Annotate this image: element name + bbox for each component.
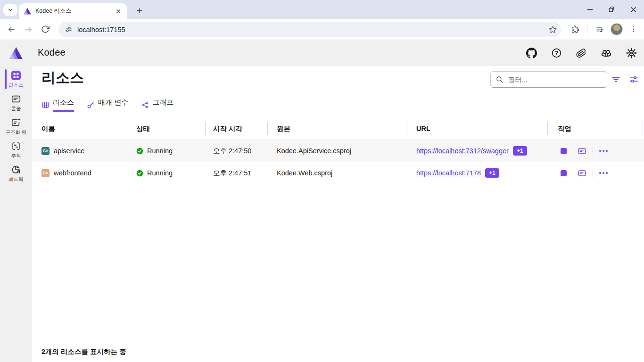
- resource-url-cell: https://localhost:7312/swagger +1: [407, 146, 547, 155]
- page-title: 리소스: [41, 68, 84, 88]
- url-text[interactable]: localhost:17155: [77, 26, 548, 33]
- resource-state: Running: [147, 169, 173, 177]
- graph-icon: [141, 101, 149, 109]
- table-grid-icon: [41, 101, 50, 109]
- resource-url-link[interactable]: https://localhost:7312/swagger: [416, 147, 509, 155]
- stop-resource-icon[interactable]: [561, 170, 567, 176]
- attachments-button[interactable]: [575, 47, 587, 59]
- extensions-button[interactable]: [567, 22, 582, 37]
- resource-actions-cell: [547, 168, 644, 178]
- filter-lines-icon: [611, 74, 621, 84]
- copilot-icon: [601, 48, 612, 59]
- csharp-project-icon: C#: [41, 169, 50, 177]
- media-controls-button[interactable]: [592, 22, 607, 37]
- resources-table: 이름 상태 시작 시각 원본 URL 작업 C# apiservice Runn…: [32, 118, 644, 184]
- column-header-url[interactable]: URL: [407, 118, 547, 140]
- browser-tab[interactable]: Kodee 리소스 ✕: [19, 3, 127, 19]
- media-playlist-icon: [595, 25, 604, 34]
- resource-url-cell: https://localhost:7178 +1: [407, 168, 547, 177]
- resources-grid-icon: [11, 70, 21, 81]
- tab-label: 매개 변수: [98, 98, 128, 112]
- sidebar-label: 추적: [11, 153, 21, 159]
- console-logs-icon[interactable]: [578, 169, 586, 178]
- actions-divider: [593, 168, 593, 178]
- window-minimize-button[interactable]: [579, 0, 601, 19]
- filter-input[interactable]: [507, 75, 602, 84]
- resource-state: Running: [147, 147, 173, 155]
- aspire-logo: [9, 47, 23, 59]
- table-row[interactable]: C# apiservice Running 오후 2:47:50 Kodee.A…: [32, 140, 644, 162]
- running-check-icon: [136, 148, 143, 155]
- actions-divider: [593, 146, 593, 156]
- window-close-button[interactable]: [622, 0, 644, 19]
- address-bar[interactable]: localhost:17155: [58, 22, 561, 37]
- structured-logs-icon: [11, 117, 21, 128]
- sidebar-item-metrics[interactable]: 메트릭: [0, 162, 32, 185]
- window-restore-button[interactable]: [601, 0, 622, 19]
- sliders-icon: [629, 74, 639, 84]
- table-row[interactable]: C# webfrontend Running 오후 2:47:51 Kodee.…: [32, 162, 644, 184]
- resource-count-summary: 2개의 리소스를 표시하는 중: [41, 347, 126, 356]
- browser-menu-button[interactable]: [626, 22, 641, 37]
- profile-avatar[interactable]: [611, 23, 623, 35]
- bookmark-star-icon[interactable]: [548, 25, 557, 34]
- resource-url-link[interactable]: https://localhost:7178: [416, 169, 481, 177]
- site-settings-tune-icon[interactable]: [65, 25, 73, 33]
- help-button[interactable]: ?: [550, 47, 562, 59]
- reload-icon: [41, 25, 50, 33]
- forward-button[interactable]: [20, 21, 36, 37]
- tab-parameters[interactable]: 매개 변수: [87, 98, 128, 112]
- column-header-start-time[interactable]: 시작 시각: [205, 118, 267, 140]
- url-more-badge[interactable]: +1: [513, 146, 527, 155]
- filter-button[interactable]: [610, 74, 621, 85]
- table-header-row: 이름 상태 시작 시각 원본 URL 작업: [32, 118, 644, 140]
- settings-gear-icon: [626, 48, 637, 58]
- sidebar-label: 메트릭: [8, 176, 24, 183]
- column-header-name[interactable]: 이름: [32, 118, 127, 140]
- console-icon: [11, 94, 21, 104]
- sidebar-item-structured[interactable]: 구조화 됨: [0, 115, 32, 138]
- metrics-icon: [11, 165, 21, 175]
- tab-close-icon[interactable]: ✕: [114, 7, 123, 16]
- copilot-button[interactable]: [600, 47, 612, 59]
- traces-icon: [11, 141, 21, 151]
- column-header-actions[interactable]: 작업: [547, 118, 644, 140]
- kebab-menu-icon: [630, 25, 637, 33]
- chevron-down-icon: [7, 7, 14, 13]
- svg-text:?: ?: [554, 50, 558, 57]
- settings-button[interactable]: [625, 47, 637, 59]
- main-content: 리소스 리소스 매개 변수 그래프 이름: [32, 66, 644, 362]
- resource-name: apiservice: [54, 147, 84, 155]
- url-more-badge[interactable]: +1: [485, 168, 499, 177]
- browser-tabstrip: Kodee 리소스 ✕ +: [0, 0, 644, 19]
- csharp-project-icon: C#: [41, 147, 50, 155]
- resource-start-time: 오후 2:47:50: [205, 147, 267, 156]
- column-options-button[interactable]: [628, 74, 639, 85]
- puzzle-icon: [570, 25, 579, 34]
- more-actions-icon[interactable]: [599, 172, 608, 174]
- console-logs-icon[interactable]: [578, 147, 586, 156]
- filter-box[interactable]: [490, 71, 607, 88]
- stop-resource-icon[interactable]: [561, 148, 567, 154]
- tab-graph[interactable]: 그래프: [141, 98, 173, 112]
- github-button[interactable]: [525, 47, 537, 59]
- column-header-source[interactable]: 원본: [267, 118, 407, 140]
- sidebar-label: 콘솔: [11, 106, 21, 112]
- new-tab-button[interactable]: +: [133, 4, 146, 17]
- tab-search-button[interactable]: [3, 4, 17, 16]
- sidebar-item-resources[interactable]: 리소스: [0, 67, 32, 91]
- more-actions-icon[interactable]: [599, 150, 608, 152]
- paperclip-icon: [575, 47, 587, 59]
- reload-button[interactable]: [37, 21, 53, 37]
- sidebar-item-console[interactable]: 콘솔: [0, 91, 32, 115]
- tab-resources-table[interactable]: 리소스: [41, 98, 74, 112]
- tab-label: 그래프: [152, 98, 173, 112]
- back-button[interactable]: [3, 21, 19, 37]
- sidebar-item-traces[interactable]: 추적: [0, 138, 32, 162]
- resource-source: Kodee.ApiService.csproj: [267, 147, 407, 155]
- tab-label: 리소스: [53, 98, 74, 112]
- resource-start-time: 오후 2:47:51: [205, 169, 267, 178]
- resource-name-cell: C# apiservice: [32, 147, 127, 155]
- column-header-state[interactable]: 상태: [127, 118, 205, 140]
- running-check-icon: [136, 170, 143, 177]
